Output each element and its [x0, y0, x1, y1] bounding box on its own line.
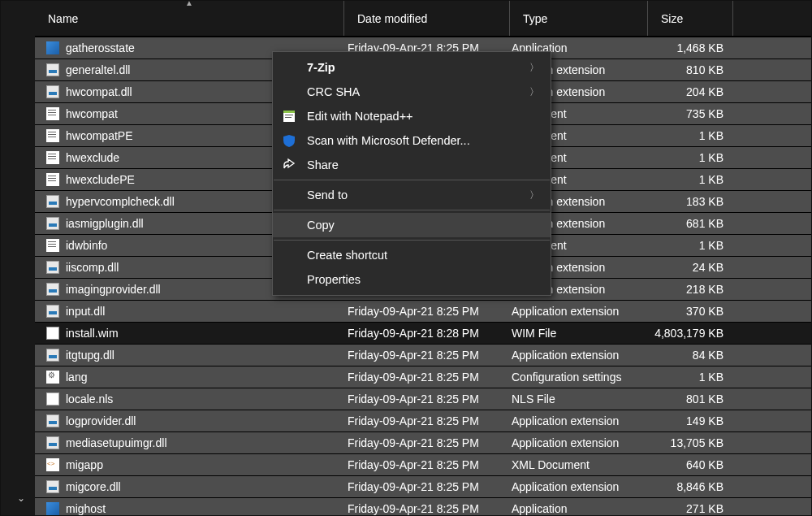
svg-rect-3 [285, 117, 292, 118]
file-type: Application [510, 502, 648, 515]
menu-edit-notepad[interactable]: Edit with Notepad++ [273, 104, 551, 128]
file-size: 13,705 KB [648, 436, 733, 449]
file-name: mediasetupuimgr.dll [66, 436, 167, 449]
menu-separator [274, 180, 550, 180]
txt-file-icon [46, 151, 59, 164]
dll-file-icon [46, 261, 59, 274]
file-row[interactable]: langFriday-09-Apr-21 8:25 PMConfiguratio… [35, 366, 811, 388]
chevron-right-icon: 〉 [529, 61, 539, 75]
dll-file-icon [46, 85, 59, 98]
dll-file-icon [46, 217, 59, 230]
file-type: WIM File [510, 327, 648, 340]
file-name-cell: install.wim [35, 327, 344, 340]
file-size: 1 KB [648, 129, 733, 142]
file-type: Configuration settings [510, 371, 648, 384]
file-date: Friday-09-Apr-21 8:25 PM [344, 371, 510, 384]
file-name: lang [66, 371, 87, 384]
chevron-down-icon[interactable]: ⌄ [17, 492, 25, 504]
menu-separator [274, 240, 550, 241]
menu-crc-sha[interactable]: CRC SHA 〉 [273, 80, 551, 104]
file-type: XML Document [510, 458, 648, 471]
menu-share[interactable]: Share [273, 153, 551, 177]
file-name: hwexclude [66, 151, 119, 164]
menu-separator [274, 210, 550, 210]
file-size: 1,468 KB [648, 41, 733, 54]
menu-item-label: Copy [307, 219, 539, 232]
file-row[interactable]: locale.nlsFriday-09-Apr-21 8:25 PMNLS Fi… [35, 388, 811, 410]
app-file-icon [46, 502, 59, 515]
file-size: 1 KB [648, 239, 733, 252]
dll-file-icon [46, 480, 59, 493]
menu-item-label: 7-Zip [307, 61, 520, 74]
file-row[interactable]: itgtupg.dllFriday-09-Apr-21 8:25 PMAppli… [35, 344, 811, 366]
file-date: Friday-09-Apr-21 8:25 PM [344, 305, 510, 318]
file-date: Friday-09-Apr-21 8:28 PM [344, 327, 510, 340]
menu-send-to[interactable]: Send to 〉 [273, 183, 551, 207]
file-size: 1 KB [648, 173, 733, 186]
file-row[interactable]: mediasetupuimgr.dllFriday-09-Apr-21 8:25… [35, 431, 811, 453]
file-name-cell: locale.nls [35, 392, 344, 405]
context-menu: 7-Zip 〉 CRC SHA 〉 Edit with Notepad++ Sc… [272, 51, 551, 296]
file-name: hwcompat [66, 107, 118, 120]
menu-copy[interactable]: Copy [273, 213, 551, 237]
menu-item-label: Share [307, 158, 539, 171]
svg-rect-1 [283, 111, 295, 113]
file-name-cell: logprovider.dll [35, 414, 344, 427]
file-size: 640 KB [648, 458, 733, 471]
file-date: Friday-09-Apr-21 8:25 PM [344, 502, 510, 515]
column-header-date[interactable]: Date modified [344, 1, 510, 36]
file-type: NLS File [510, 392, 648, 405]
file-size: 370 KB [648, 305, 733, 318]
notepad-icon [281, 108, 297, 124]
dll-file-icon [46, 63, 59, 76]
file-row[interactable]: migappFriday-09-Apr-21 8:25 PMXML Docume… [35, 453, 811, 475]
column-header-label: Type [523, 12, 547, 25]
file-name: iiscomp.dll [66, 261, 119, 274]
column-header-name[interactable]: Name ▲ [35, 1, 344, 36]
dll-file-icon [46, 349, 59, 362]
sort-ascending-icon: ▲ [185, 0, 193, 7]
xml-file-icon [46, 458, 59, 471]
file-row[interactable]: mighostFriday-09-Apr-21 8:25 PMApplicati… [35, 497, 811, 515]
file-size: 1 KB [648, 371, 733, 384]
file-type: Application extension [510, 305, 648, 318]
file-name: migapp [66, 458, 103, 471]
share-icon [281, 157, 297, 173]
column-header-label: Name [48, 12, 78, 25]
menu-item-label: Scan with Microsoft Defender... [307, 134, 539, 147]
file-row[interactable]: logprovider.dllFriday-09-Apr-21 8:25 PMA… [35, 410, 811, 431]
file-name: locale.nls [66, 392, 113, 405]
file-size: 84 KB [648, 349, 733, 362]
file-row[interactable]: install.wimFriday-09-Apr-21 8:28 PMWIM F… [35, 322, 811, 344]
file-size: 149 KB [648, 414, 733, 427]
file-date: Friday-09-Apr-21 8:25 PM [344, 349, 510, 362]
file-size: 735 KB [648, 107, 733, 120]
file-type: Application extension [510, 480, 648, 493]
file-size: 24 KB [648, 261, 733, 274]
file-size: 801 KB [648, 392, 733, 405]
file-name: generaltel.dll [66, 63, 130, 76]
file-name: input.dll [66, 305, 105, 318]
file-name-cell: input.dll [35, 305, 344, 318]
menu-create-shortcut[interactable]: Create shortcut [273, 243, 551, 267]
column-header-size[interactable]: Size [648, 1, 733, 36]
file-name: iasmigplugin.dll [66, 217, 144, 230]
blank-icon [281, 271, 297, 288]
column-header-type[interactable]: Type [510, 1, 648, 36]
dll-file-icon [46, 195, 59, 208]
menu-item-label: Send to [307, 189, 520, 202]
file-date: Friday-09-Apr-21 8:25 PM [344, 414, 510, 427]
menu-scan-defender[interactable]: Scan with Microsoft Defender... [273, 128, 551, 153]
file-size: 204 KB [648, 85, 733, 98]
app-file-icon [46, 41, 59, 54]
file-row[interactable]: input.dllFriday-09-Apr-21 8:25 PMApplica… [35, 300, 811, 322]
file-name: hwexcludePE [66, 173, 135, 186]
file-name: imagingprovider.dll [66, 283, 161, 296]
menu-7zip[interactable]: 7-Zip 〉 [273, 55, 551, 80]
menu-properties[interactable]: Properties [273, 267, 551, 292]
menu-item-label: Create shortcut [307, 249, 539, 262]
file-row[interactable]: migcore.dllFriday-09-Apr-21 8:25 PMAppli… [35, 475, 811, 497]
blank-icon [281, 84, 297, 100]
file-size: 271 KB [648, 502, 733, 515]
file-size: 4,803,179 KB [648, 327, 733, 340]
